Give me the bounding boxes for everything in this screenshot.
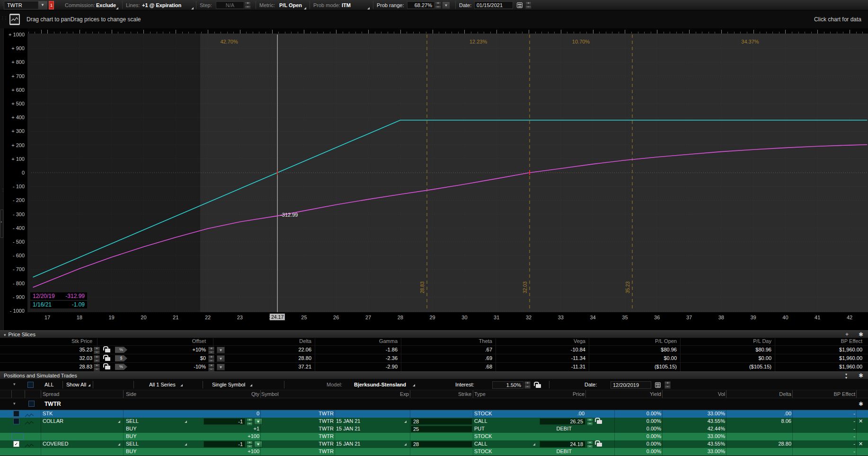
alert-badge[interactable]: 1	[49, 1, 54, 9]
exp-cell[interactable]: 15 JAN 21	[336, 418, 407, 424]
offset-stepper[interactable]	[208, 355, 214, 362]
position-row-leg[interactable]: BUY +100 TWTR STOCK 0.00% 33.00% -	[0, 433, 868, 440]
price-lock-icon[interactable]	[597, 420, 602, 424]
slices-settings-gear-icon[interactable]: ✱	[859, 331, 863, 338]
row-checkbox[interactable]	[13, 411, 19, 417]
metric-menu[interactable]: P/L Open	[279, 0, 307, 10]
prob-range-stepper[interactable]	[435, 1, 441, 9]
prob-mode-menu[interactable]: ITM	[342, 0, 370, 10]
lock-icon[interactable]	[105, 366, 110, 369]
offset-value[interactable]: $0	[135, 355, 206, 361]
date-input[interactable]: 01/15/2021	[474, 1, 513, 9]
model-menu[interactable]: Bjerksund-Stensland	[354, 382, 416, 387]
drag-grip[interactable]: ⋮⋮	[0, 16, 7, 20]
date-stepper[interactable]	[525, 1, 531, 9]
offset-dropdown[interactable]: ▼	[217, 347, 225, 353]
lock-icon[interactable]	[105, 357, 110, 361]
exp-cell[interactable]: 15 JAN 21	[336, 441, 407, 447]
type-cell[interactable]: CALL	[474, 441, 536, 447]
positions-header[interactable]: Positions and Simulated Trades ▾▾ ✱	[0, 371, 868, 379]
interest-lock-icon[interactable]	[536, 384, 541, 388]
add-slice-icon[interactable]: +	[845, 331, 849, 338]
position-row-collar[interactable]: COLLAR SELL -1 ▼ TWTR 15 JAN 21 28 CALL …	[0, 418, 868, 425]
row-checkbox[interactable]	[13, 418, 19, 424]
offset-unit-toggle[interactable]: $	[115, 355, 127, 361]
symbol-combo[interactable]: TWTR ▼	[4, 1, 47, 9]
positions-calendar-icon[interactable]	[655, 382, 661, 388]
price-input[interactable]: 26.25	[540, 418, 585, 425]
positions-date-input[interactable]: 12/20/2019	[611, 381, 651, 389]
prob-range-dropdown[interactable]: ▼	[442, 1, 450, 9]
symbol-mode-menu[interactable]: Single Symbol	[212, 382, 253, 387]
position-row-leg[interactable]: BUY +1 TWTR 15 JAN 21 25 PUT DEBIT 0.00%…	[0, 425, 868, 433]
risk-profile-chart[interactable]: ⋮ ▸ + 1000+ 900+ 800+ 700+ 600+ 500+ 400…	[0, 28, 868, 330]
lines-menu[interactable]: +1 @ Expiration	[142, 0, 194, 10]
type-cell[interactable]: STOCK	[474, 411, 492, 416]
offset-stepper[interactable]	[208, 347, 214, 353]
risk-profile-chart-icon[interactable]	[9, 14, 20, 25]
commission-menu[interactable]: Exclude	[96, 0, 119, 10]
stk-price-value[interactable]: 28.83	[28, 364, 92, 369]
side-cell[interactable]: SELL	[126, 418, 187, 424]
offset-stepper[interactable]	[208, 364, 214, 370]
position-row-leg[interactable]: BUY +100 TWTR STOCK DEBIT 0.00% 33.00% -	[0, 448, 868, 456]
offset-value[interactable]: -10%	[135, 364, 206, 369]
type-cell[interactable]: CALL	[474, 418, 487, 424]
stk-price-stepper[interactable]	[94, 355, 100, 362]
offset-value[interactable]: +10%	[135, 347, 206, 352]
show-all-menu[interactable]: Show All	[66, 382, 91, 387]
positions-settings-gear-icon[interactable]: ✱	[859, 372, 863, 379]
side-cell[interactable]: SELL	[126, 441, 187, 447]
stk-price-value[interactable]: 35.23	[28, 347, 92, 352]
qty-cell[interactable]: 0	[204, 411, 259, 416]
row-checkbox-checked[interactable]: ✓	[13, 441, 19, 447]
spread-cell[interactable]: COLLAR	[43, 418, 121, 424]
qty-stepper[interactable]	[247, 441, 253, 447]
interest-stepper[interactable]	[524, 381, 531, 389]
stk-price-value[interactable]: 32.03	[28, 355, 92, 361]
stk-price-stepper[interactable]	[94, 364, 100, 370]
lock-icon[interactable]	[105, 349, 110, 352]
offset-unit-toggle[interactable]: %	[115, 364, 127, 370]
calendar-icon[interactable]	[517, 2, 523, 8]
close-position-icon[interactable]: ✕	[859, 441, 863, 447]
price-stepper[interactable]	[587, 418, 593, 425]
collapse-icon[interactable]: ▾	[4, 333, 6, 337]
position-row-stk[interactable]: STK 0 TWTR STOCK .00 0.00% 33.00% .00 -	[0, 410, 868, 418]
qty-dropdown[interactable]: ▼	[254, 418, 262, 425]
group-checkbox[interactable]	[28, 401, 35, 407]
collapse-all-icon[interactable]: ▾▾	[845, 373, 847, 379]
positions-date-stepper[interactable]	[664, 381, 671, 389]
prob-range-input[interactable]: 68.27%	[407, 1, 434, 9]
price-input[interactable]: 24.18	[540, 441, 585, 447]
position-row-covered[interactable]: ✓ COVERED SELL -1 ▼ TWTR 15 JAN 21 28 CA…	[0, 440, 868, 448]
qty-input[interactable]: -1	[204, 418, 245, 425]
plot-canvas[interactable]	[0, 28, 868, 330]
step-stepper[interactable]	[245, 1, 251, 9]
close-position-icon[interactable]: ✕	[859, 418, 863, 424]
step-input[interactable]: N/A	[216, 1, 244, 9]
stk-price-stepper[interactable]	[94, 347, 100, 353]
price-stepper[interactable]	[587, 441, 593, 447]
symbol-group-row[interactable]: ▾ TWTR ✱	[0, 398, 868, 410]
qty-dropdown[interactable]: ▼	[254, 441, 262, 447]
series-mode-menu[interactable]: All 1 Series	[149, 382, 183, 387]
strike-input[interactable]: 28	[411, 441, 472, 447]
symbol-dropdown-button[interactable]: ▼	[38, 1, 47, 9]
price-slices-header[interactable]: ▾Price Slices + ✱	[0, 330, 868, 338]
interest-input[interactable]: 1.50%	[492, 381, 523, 389]
qty-input[interactable]: -1	[204, 441, 245, 447]
spread-cell[interactable]: STK	[43, 411, 53, 416]
group-collapse-icon[interactable]: ▾	[13, 401, 16, 406]
price-lock-icon[interactable]	[597, 443, 602, 447]
strike-input[interactable]: 28	[411, 418, 472, 425]
offset-unit-toggle[interactable]: %	[115, 347, 127, 353]
price-cell[interactable]: .00	[524, 411, 585, 416]
all-checkbox[interactable]	[27, 382, 34, 388]
strike-input[interactable]: 25	[411, 426, 472, 432]
spread-cell[interactable]: COVERED	[43, 441, 121, 447]
qty-stepper[interactable]	[247, 418, 253, 425]
group-gear-icon[interactable]: ✱	[859, 401, 863, 407]
expand-chevron-icon[interactable]: ▾	[13, 382, 16, 386]
offset-dropdown[interactable]: ▼	[217, 355, 225, 362]
